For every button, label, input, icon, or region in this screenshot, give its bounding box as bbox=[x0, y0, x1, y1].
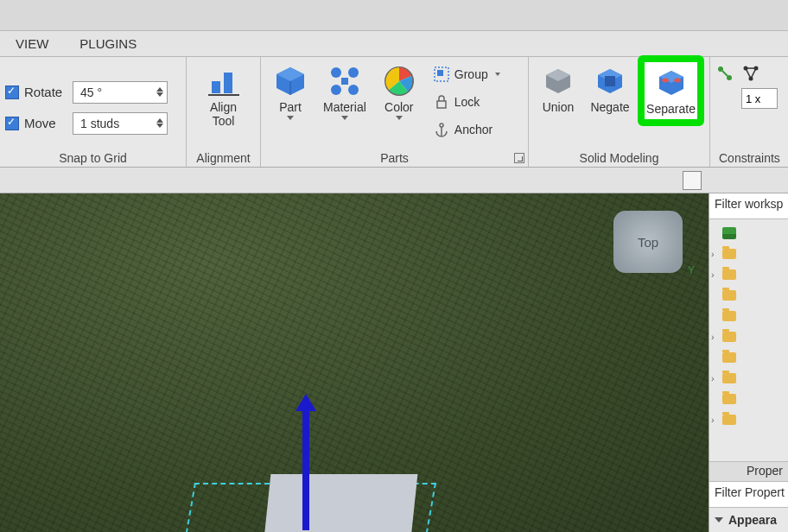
move-spinner[interactable] bbox=[156, 118, 163, 128]
union-button[interactable]: Union bbox=[534, 60, 582, 117]
material-button[interactable]: Material bbox=[318, 60, 372, 124]
folder-icon bbox=[722, 415, 736, 425]
appearance-label: Appeara bbox=[728, 513, 777, 527]
move-input[interactable]: 1 studs bbox=[73, 112, 168, 135]
part-dropdown-icon bbox=[287, 116, 294, 120]
color-dropdown-icon bbox=[396, 116, 403, 120]
tree-row[interactable] bbox=[711, 306, 786, 326]
parts-launcher[interactable] bbox=[514, 153, 524, 163]
separate-button[interactable]: Separate bbox=[638, 55, 704, 126]
negate-button[interactable]: Negate bbox=[586, 60, 634, 117]
ribbon-group-snap: Rotate 45 ° Move 1 studs Snap to Grid bbox=[0, 57, 187, 167]
svg-rect-21 bbox=[605, 76, 615, 86]
group-icon bbox=[434, 66, 449, 82]
rotate-input[interactable]: 45 ° bbox=[73, 81, 168, 104]
folder-icon bbox=[722, 394, 736, 404]
solid-group-label: Solid Modeling bbox=[534, 149, 704, 165]
rotate-value: 45 ° bbox=[80, 86, 102, 99]
group-button[interactable]: Group bbox=[430, 62, 504, 86]
tree-row-workspace[interactable] bbox=[711, 223, 786, 244]
tree-row[interactable]: › bbox=[711, 326, 786, 347]
lock-label: Lock bbox=[454, 95, 480, 109]
app-window: VIEW PLUGINS Rotate 45 ° Move bbox=[0, 0, 788, 532]
menu-view[interactable]: VIEW bbox=[9, 33, 55, 54]
tree-row[interactable] bbox=[711, 285, 786, 306]
folder-icon bbox=[722, 290, 736, 301]
align-tool-label: Align Tool bbox=[210, 100, 237, 128]
constraint-multiplier-input[interactable]: 1 x bbox=[741, 88, 778, 109]
ribbon-group-solid: Union Negate Separate Solid Modeling bbox=[529, 57, 710, 167]
move-label: Move bbox=[24, 116, 67, 130]
sub-toolbar bbox=[0, 168, 788, 193]
material-dropdown-icon bbox=[341, 116, 348, 120]
material-icon bbox=[327, 64, 362, 98]
ribbon: Rotate 45 ° Move 1 studs Snap to Grid bbox=[0, 57, 788, 168]
tree-row[interactable] bbox=[711, 389, 786, 409]
ribbon-group-parts: Part Material Color bbox=[261, 57, 529, 167]
separate-icon bbox=[654, 66, 689, 100]
properties-section-appearance[interactable]: Appeara bbox=[709, 508, 788, 532]
part-button[interactable]: Part bbox=[266, 60, 315, 124]
alignment-group-label: Alignment bbox=[192, 149, 255, 165]
folder-icon bbox=[722, 373, 736, 383]
snap-group-label: Snap to Grid bbox=[5, 149, 181, 165]
constraints-group-label: Constraints bbox=[715, 149, 783, 165]
lock-button[interactable]: Lock bbox=[430, 90, 504, 114]
color-icon bbox=[382, 64, 416, 98]
negate-icon bbox=[593, 64, 627, 98]
properties-header: Proper bbox=[709, 461, 788, 482]
tree-row[interactable]: › bbox=[711, 409, 786, 430]
main-area: Top Filter worksp › › › › › Proper Filte… bbox=[0, 193, 788, 532]
restore-panel-button[interactable] bbox=[683, 171, 702, 190]
anchor-icon bbox=[434, 122, 449, 137]
rotate-checkbox[interactable] bbox=[5, 86, 19, 99]
multiplier-value: 1 x bbox=[746, 92, 760, 105]
lock-icon bbox=[434, 94, 449, 110]
properties-filter-input[interactable]: Filter Propert bbox=[709, 482, 788, 508]
explorer-filter-input[interactable]: Filter worksp bbox=[709, 193, 788, 219]
rotate-spinner[interactable] bbox=[156, 87, 163, 97]
view-cube[interactable]: Top bbox=[613, 211, 683, 273]
move-checkbox[interactable] bbox=[5, 117, 19, 130]
svg-point-8 bbox=[331, 85, 341, 95]
viewport-3d[interactable]: Top bbox=[0, 193, 709, 532]
tree-row[interactable]: › bbox=[711, 264, 786, 285]
material-label: Material bbox=[323, 100, 366, 114]
svg-point-25 bbox=[674, 79, 681, 83]
color-button[interactable]: Color bbox=[375, 60, 423, 124]
menu-bar: VIEW PLUGINS bbox=[0, 31, 788, 57]
workspace-icon bbox=[722, 227, 736, 239]
explorer-tree[interactable]: › › › › › bbox=[709, 219, 788, 461]
parts-group-label: Parts bbox=[266, 149, 523, 165]
part-label: Part bbox=[279, 100, 302, 114]
tree-row[interactable]: › bbox=[711, 244, 786, 264]
ribbon-group-alignment: Align Tool Alignment bbox=[187, 57, 261, 167]
svg-point-6 bbox=[331, 67, 341, 78]
anchor-button[interactable]: Anchor bbox=[430, 117, 504, 142]
svg-rect-13 bbox=[437, 70, 443, 76]
svg-line-28 bbox=[722, 71, 728, 76]
align-tool-button[interactable]: Align Tool bbox=[200, 60, 248, 131]
gizmo-y-axis[interactable] bbox=[302, 409, 309, 530]
svg-point-24 bbox=[662, 79, 669, 83]
tree-row[interactable] bbox=[711, 347, 786, 368]
svg-rect-10 bbox=[341, 78, 348, 85]
folder-icon bbox=[722, 249, 736, 259]
view-cube-face: Top bbox=[638, 235, 658, 250]
folder-icon bbox=[722, 269, 736, 280]
svg-point-9 bbox=[348, 85, 359, 95]
svg-point-15 bbox=[440, 124, 443, 127]
constraint-icon-1[interactable] bbox=[715, 64, 734, 83]
union-label: Union bbox=[543, 100, 575, 114]
folder-icon bbox=[722, 352, 736, 363]
group-dropdown-icon bbox=[495, 73, 500, 76]
menu-plugins[interactable]: PLUGINS bbox=[73, 33, 143, 54]
rotate-label: Rotate bbox=[24, 85, 67, 99]
folder-icon bbox=[722, 311, 736, 321]
color-label: Color bbox=[384, 100, 413, 114]
constraint-icon-2[interactable] bbox=[741, 64, 760, 83]
svg-rect-1 bbox=[224, 73, 232, 93]
align-icon bbox=[207, 64, 241, 98]
svg-rect-14 bbox=[437, 101, 446, 108]
tree-row[interactable]: › bbox=[711, 368, 786, 389]
